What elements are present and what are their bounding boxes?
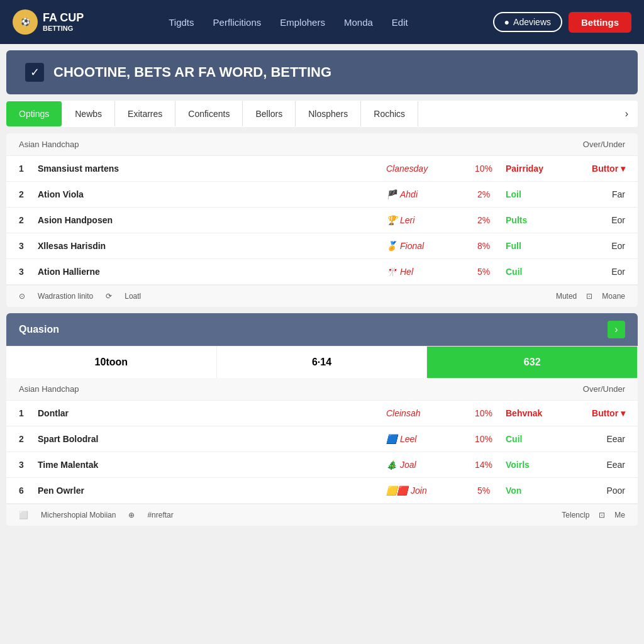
section-2: Quasion › 10toon 6·14 632 Asian Handchap… bbox=[6, 313, 638, 526]
tab-exitarres[interactable]: Exitarres bbox=[115, 101, 175, 126]
nav-monda[interactable]: Monda bbox=[344, 17, 373, 28]
tabs-bar: Optings Newbs Exitarres Conficents Bello… bbox=[6, 101, 638, 127]
section2-header-left: Asian Handchap bbox=[19, 384, 79, 394]
table-row: 2 Spart Bolodral 🟦 Leel 10% Cuil Eear bbox=[6, 426, 638, 452]
loatl-icon: ⟳ bbox=[106, 292, 112, 301]
table-row: 3 Time Malentak 🎄 Joal 14% Voirls Eear bbox=[6, 452, 638, 478]
row-team: 🏆 Leri bbox=[386, 215, 462, 225]
tab-nlosphers[interactable]: Nlosphers bbox=[296, 101, 361, 126]
nav-emplohers[interactable]: Emplohers bbox=[280, 17, 325, 28]
nreftar-icon: ⊕ bbox=[128, 511, 135, 519]
row-pct: 10% bbox=[468, 434, 499, 444]
circle-icon: ● bbox=[504, 17, 509, 27]
row-pct: 2% bbox=[468, 215, 499, 225]
logo-line1: FA CUP bbox=[43, 11, 84, 25]
micher-icon: ⬜ bbox=[19, 511, 28, 519]
tabs-next-arrow[interactable]: › bbox=[616, 101, 638, 127]
row-team: 🟨🟥 Join bbox=[386, 486, 462, 496]
section2-footer: ⬜ Michershopial Mobiian ⊕ #nreftar Telen… bbox=[6, 504, 638, 526]
row-num: 3 bbox=[19, 267, 31, 277]
logo: ⚽ FA CUP BETTING bbox=[13, 9, 84, 35]
row-pct: 5% bbox=[468, 486, 499, 496]
row-name: Smansiust martens bbox=[38, 164, 380, 174]
me-icon: ⊡ bbox=[599, 511, 605, 519]
logo-icon: ⚽ bbox=[13, 9, 38, 35]
row-num: 2 bbox=[19, 215, 31, 225]
section1-footer-left: ⊙ Wadrastion linito ⟳ Loatl bbox=[19, 292, 141, 301]
stats-cell-2: 6·14 bbox=[217, 347, 428, 378]
footer-left2: #nreftar bbox=[147, 511, 173, 519]
row-action[interactable]: Buttor ▾ bbox=[575, 408, 625, 418]
row-label: Behvnak bbox=[506, 408, 569, 418]
row-team: Clanesday bbox=[386, 164, 462, 174]
banner: ✓ CHOOTINE, BETS AR FA WORD, BETTING bbox=[6, 50, 638, 94]
row-name: Ation Viola bbox=[38, 189, 380, 199]
footer-left1: Wadrastion linito bbox=[38, 292, 93, 301]
section1-footer-right: Muted ⊡ Moane bbox=[556, 292, 625, 301]
row-team: Cleinsah bbox=[386, 408, 462, 418]
row-label: Von bbox=[506, 486, 569, 496]
logo-line2: BETTING bbox=[43, 25, 84, 33]
table-row: 1 Smansiust martens Clanesday 10% Pairri… bbox=[6, 156, 638, 182]
section2-header-bar: Quasion › bbox=[6, 313, 638, 346]
wadrastion-icon: ⊙ bbox=[19, 292, 25, 301]
row-num: 3 bbox=[19, 241, 31, 251]
footer-left1: Michershopial Mobiian bbox=[41, 511, 116, 519]
row-num: 6 bbox=[19, 486, 31, 496]
tab-optings[interactable]: Optings bbox=[6, 101, 62, 126]
table-row: 3 Ation Hallierne 🎌 Hel 5% Cuil Eor bbox=[6, 259, 638, 285]
row-action: Eor bbox=[575, 267, 625, 277]
row-action: Far bbox=[575, 189, 625, 199]
section2-table-header: Asian Handchap Over/Under bbox=[6, 378, 638, 401]
banner-check-icon: ✓ bbox=[25, 63, 44, 82]
main-nav: Tigdts Perflicitions Emplohers Monda Edi… bbox=[103, 17, 474, 28]
row-label: Pults bbox=[506, 215, 569, 225]
section1-header-right: Over/Under bbox=[583, 140, 625, 149]
section2-footer-right: Telenclp ⊡ Me bbox=[562, 511, 625, 519]
tab-newbs[interactable]: Newbs bbox=[62, 101, 115, 126]
bettings-button[interactable]: Bettings bbox=[569, 12, 631, 33]
row-name: Xllesas Harisdin bbox=[38, 241, 380, 251]
row-name: Time Malentak bbox=[38, 460, 380, 470]
row-num: 1 bbox=[19, 408, 31, 418]
row-team: 🟦 Leel bbox=[386, 434, 462, 444]
row-name: Asion Handposen bbox=[38, 215, 380, 225]
nav-tigdts[interactable]: Tigdts bbox=[169, 17, 194, 28]
footer-right2: Moane bbox=[602, 292, 625, 301]
row-action: Poor bbox=[575, 486, 625, 496]
row-pct: 10% bbox=[468, 164, 499, 174]
row-label: Cuil bbox=[506, 267, 569, 277]
row-action[interactable]: Buttor ▾ bbox=[575, 164, 625, 174]
row-action: Eear bbox=[575, 434, 625, 444]
stats-row: 10toon 6·14 632 bbox=[6, 346, 638, 378]
section1-footer: ⊙ Wadrastion linito ⟳ Loatl Muted ⊡ Moan… bbox=[6, 285, 638, 307]
row-team: 🎌 Hel bbox=[386, 267, 462, 277]
row-pct: 10% bbox=[468, 408, 499, 418]
tab-bellors[interactable]: Bellors bbox=[243, 101, 296, 126]
banner-title: CHOOTINE, BETS AR FA WORD, BETTING bbox=[53, 64, 331, 80]
section2-arrow-button[interactable]: › bbox=[608, 321, 625, 338]
section2-header-label: Quasion bbox=[19, 324, 59, 335]
row-team: 🏴 Ahdi bbox=[386, 189, 462, 199]
row-num: 3 bbox=[19, 460, 31, 470]
nav-edit[interactable]: Edit bbox=[392, 17, 408, 28]
tab-rochics[interactable]: Rochics bbox=[361, 101, 418, 126]
header-buttons: ● Adeviews Bettings bbox=[493, 12, 631, 33]
row-label: Full bbox=[506, 241, 569, 251]
adeviews-button[interactable]: ● Adeviews bbox=[493, 12, 562, 32]
moane-icon: ⊡ bbox=[586, 292, 592, 301]
row-label: Loil bbox=[506, 189, 569, 199]
row-action: Eor bbox=[575, 215, 625, 225]
table-row: 2 Asion Handposen 🏆 Leri 2% Pults Eor bbox=[6, 208, 638, 233]
row-name: Pen Owrler bbox=[38, 486, 380, 496]
logo-text: FA CUP BETTING bbox=[43, 11, 84, 33]
footer-left2: Loatl bbox=[125, 292, 141, 301]
section1-table-header: Asian Handchap Over/Under bbox=[6, 133, 638, 156]
row-label: Cuil bbox=[506, 434, 569, 444]
stats-cell-1: 10toon bbox=[6, 347, 217, 378]
table-row: 3 Xllesas Harisdin 🏅 Fional 8% Full Eor bbox=[6, 233, 638, 259]
section2-footer-left: ⬜ Michershopial Mobiian ⊕ #nreftar bbox=[19, 511, 174, 519]
row-team: 🏅 Fional bbox=[386, 241, 462, 251]
nav-perflicitions[interactable]: Perflicitions bbox=[213, 17, 262, 28]
tab-conficents[interactable]: Conficents bbox=[175, 101, 243, 126]
